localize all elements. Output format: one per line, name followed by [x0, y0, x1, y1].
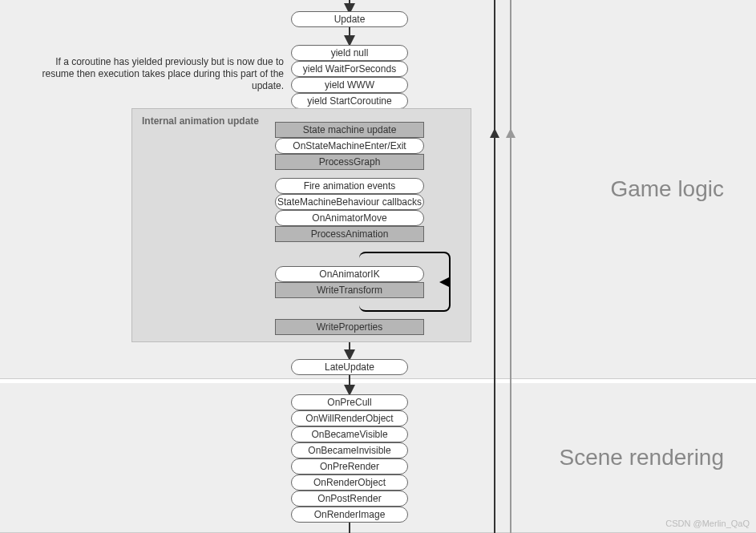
node-on-state-machine-enter-exit: OnStateMachineEnter/Exit [275, 138, 424, 154]
node-process-graph: ProcessGraph [275, 154, 424, 170]
node-on-render-image: OnRenderImage [291, 507, 408, 523]
band-label-scene-rendering: Scene rendering [560, 445, 724, 470]
node-yield-waitforseconds: yield WaitForSeconds [291, 61, 408, 77]
node-on-pre-cull: OnPreCull [291, 394, 408, 410]
node-late-update: LateUpdate [291, 359, 408, 375]
node-yield-null: yield null [291, 45, 408, 61]
node-on-post-render: OnPostRender [291, 491, 408, 507]
node-process-animation: ProcessAnimation [275, 226, 424, 242]
internal-animation-update-title: Internal animation update [142, 115, 259, 127]
node-on-pre-render: OnPreRender [291, 458, 408, 474]
watermark: CSDN @Merlin_QaQ [665, 519, 750, 528]
frame-loop-line-dark [494, 0, 495, 533]
node-on-animator-move: OnAnimatorMove [275, 210, 424, 226]
node-on-became-invisible: OnBecameInvisible [291, 442, 408, 458]
node-write-properties: WriteProperties [275, 319, 424, 335]
node-update: Update [291, 11, 408, 27]
node-yield-www: yield WWW [291, 77, 408, 93]
node-state-machine-update: State machine update [275, 122, 424, 138]
arrow-up-icon [439, 277, 449, 287]
coroutine-annotation: If a coroutine has yielded previously bu… [27, 56, 284, 92]
node-on-became-visible: OnBecameVisible [291, 426, 408, 442]
node-on-render-object: OnRenderObject [291, 474, 408, 491]
arrow-up-icon [490, 128, 499, 138]
animator-loop-bracket [359, 252, 451, 312]
node-on-will-render-object: OnWillRenderObject [291, 410, 408, 426]
node-fire-animation-events: Fire animation events [275, 178, 424, 194]
node-state-machine-behaviour-callbacks: StateMachineBehaviour callbacks [275, 194, 424, 210]
frame-loop-line-light [510, 0, 511, 533]
arrow-up-icon [506, 128, 515, 138]
band-label-game-logic: Game logic [610, 176, 724, 202]
node-yield-startcoroutine: yield StartCoroutine [291, 93, 408, 109]
flow-line [349, 523, 350, 533]
